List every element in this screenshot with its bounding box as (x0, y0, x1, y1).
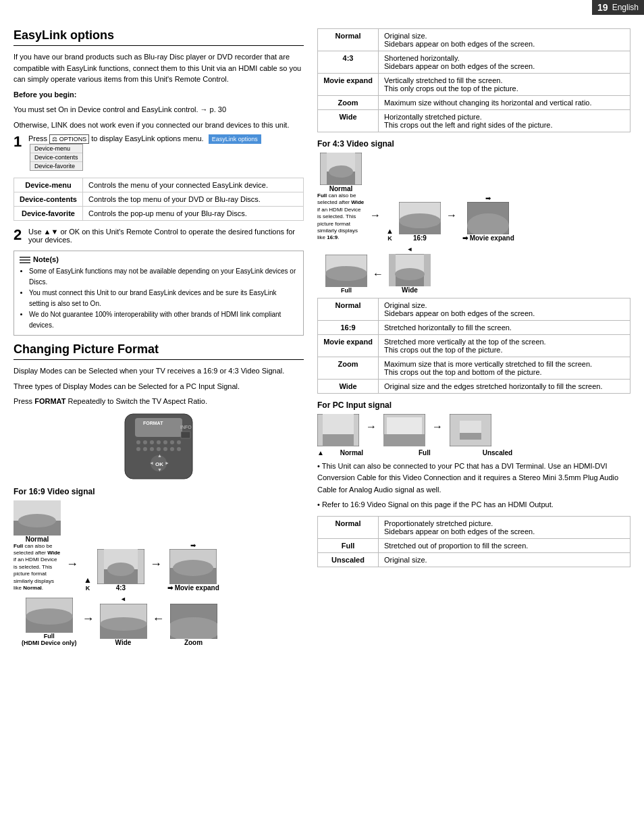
list-item: This Unit can also be connected to your … (317, 461, 630, 496)
mode-43-movie: Movie expand (318, 334, 379, 357)
step-1-text2: to display EasyLink options menu. (91, 134, 203, 142)
left-column: EasyLink options If you have our brand p… (14, 28, 304, 649)
mode-pc-unscaled: Unscaled (318, 553, 379, 567)
arrow-43-3: ← (373, 268, 383, 280)
format-item-wide: ◄ Wide (100, 596, 147, 646)
dropdown-device-menu[interactable]: Device-menu (30, 145, 82, 153)
pc-label-unscaled: Unscaled (477, 449, 518, 457)
mode-zoom: Zoom (318, 96, 379, 110)
arrow-43-1: → (370, 209, 381, 221)
step-2-number: 2 (14, 228, 24, 242)
options-button-icon: ⚖ OPTIONS (49, 134, 89, 144)
list-item: We do Not guarantee 100% interoperabilit… (29, 309, 298, 331)
table-row: Full Stretched out of proportion to fill… (318, 539, 630, 553)
desc-43-movie: Stretched more vertically at the top of … (379, 334, 630, 357)
svg-point-39 (26, 608, 73, 625)
right-column: Normal Original size.Sidebars appear on … (317, 28, 630, 649)
pc-unscaled-pic (450, 414, 491, 446)
svg-point-9 (177, 440, 181, 444)
cp-intro3: Press FORMAT Repeatedly to Switch the TV… (14, 396, 304, 407)
pc-label-full: Full (404, 449, 446, 457)
table-row: Normal Original size.Sidebars appear on … (318, 298, 630, 320)
label-zoom: Zoom (184, 639, 203, 646)
pc-full-pic (383, 414, 425, 446)
device-contents-label: Device-contents (14, 192, 83, 207)
signal-43-label: For 4:3 Video signal (317, 139, 630, 149)
svg-text:FORMAT: FORMAT (143, 421, 163, 425)
format-item-wide-arrow: ▲ K (84, 575, 92, 592)
mode-169: 16:9 (318, 320, 379, 334)
table-row: Normal Proportionately stretched picture… (318, 517, 630, 539)
list-item: Refer to 16:9 Video Signal on this page … (317, 499, 630, 511)
43-wide-pic (389, 254, 431, 286)
43-movie-pic (467, 202, 509, 234)
notes-icon (20, 255, 30, 263)
signal-pc-label: For PC Input signal (317, 400, 630, 410)
mode-wide: Wide (318, 110, 379, 132)
format-pc-full (383, 414, 425, 446)
mode-movie: Movie expand (318, 74, 379, 96)
format-item-normal: Normal Full can also be selected after W… (14, 500, 61, 592)
pc-arrow-2: → (432, 421, 443, 433)
remote-illustration: FORMAT INFO (105, 413, 213, 480)
cp-intro2: Three types of Display Modes can be Sele… (14, 381, 304, 392)
device-menu-desc: Controls the menu of your connected Easy… (82, 178, 303, 192)
mode-43-zoom: Zoom (318, 357, 379, 379)
table-row: Device-favorite Controls the pop-up menu… (14, 207, 304, 221)
label-normal: Normal (26, 536, 49, 543)
zoom-pic (170, 604, 217, 639)
dropdown-device-favorite[interactable]: Device-favorite (30, 162, 82, 170)
format-item-full: Full(HDMI Device only) (22, 598, 77, 646)
svg-point-16 (177, 447, 181, 451)
movie-pic (169, 549, 217, 584)
full-pic (26, 598, 73, 633)
43-pic (97, 549, 144, 584)
svg-rect-66 (383, 434, 425, 446)
table-row: 16:9 Stretched horizontally to fill the … (318, 320, 630, 334)
format-item-zoom: Zoom (170, 604, 217, 646)
notes-header: Note(s) (20, 255, 298, 263)
format-43-normal: Normal Full can also be selected after W… (317, 153, 365, 242)
svg-point-12 (150, 447, 154, 451)
format-43-movie: ➡ ➡ Movie expand (462, 194, 514, 242)
43-normal-pic (320, 153, 362, 185)
svg-text:◄: ◄ (149, 461, 154, 465)
table-row: Device-contents Controls the top menu of… (14, 192, 304, 207)
easylink-title: EasyLink options (14, 28, 304, 46)
desc-43-zoom: Maximum size that is more vertically str… (379, 357, 630, 379)
list-item: Some of EasyLink functions may not be av… (29, 266, 298, 288)
label-43-169: 16:9 (413, 234, 427, 242)
signal-16-9-label: For 16:9 Video signal (14, 487, 304, 496)
svg-point-8 (170, 440, 174, 444)
easylink-options-badge: EasyLink options (209, 134, 261, 144)
dropdown-device-contents[interactable]: Device-contents (30, 153, 82, 162)
desc-pc-full: Stretched out of proportion to fill the … (379, 539, 630, 553)
caption-normal: Full can also be selected after Wide if … (14, 543, 61, 592)
arrow-1: → (66, 557, 78, 571)
svg-text:►: ► (165, 461, 169, 465)
svg-point-51 (399, 213, 441, 228)
format-pc-unscaled (450, 414, 491, 446)
table-row: 4:3 Shortened horizontally.Sidebars appe… (318, 51, 630, 74)
step-1-number: 1 (14, 134, 24, 149)
arrow-4: ← (153, 612, 165, 626)
svg-rect-60 (424, 254, 431, 286)
table-row: Zoom Maximum size without changing its h… (318, 96, 630, 110)
svg-text:INFO: INFO (180, 425, 192, 429)
format-diagram-16-9: Normal Full can also be selected after W… (14, 500, 304, 647)
format-43-full: Full (325, 255, 367, 294)
changing-picture-title: Changing Picture Format (14, 342, 304, 360)
label-full: Full(HDMI Device only) (22, 633, 77, 646)
arrow-43-2: → (446, 209, 457, 221)
table-row: Wide Horizontally stretched picture.This… (318, 110, 630, 132)
page-lang: English (612, 3, 639, 12)
arrow-3: → (82, 612, 95, 626)
svg-point-5 (150, 440, 154, 444)
wide-pic (100, 604, 147, 639)
label-43: 4:3 (116, 584, 126, 592)
easylink-intro: If you have our brand products such as B… (14, 51, 304, 85)
device-menu-label: Device-menu (14, 178, 83, 192)
svg-point-11 (143, 447, 147, 451)
svg-point-15 (170, 447, 174, 451)
step-2-row: 2 Use ▲▼ or OK on this Unit's Remote Con… (14, 228, 304, 244)
